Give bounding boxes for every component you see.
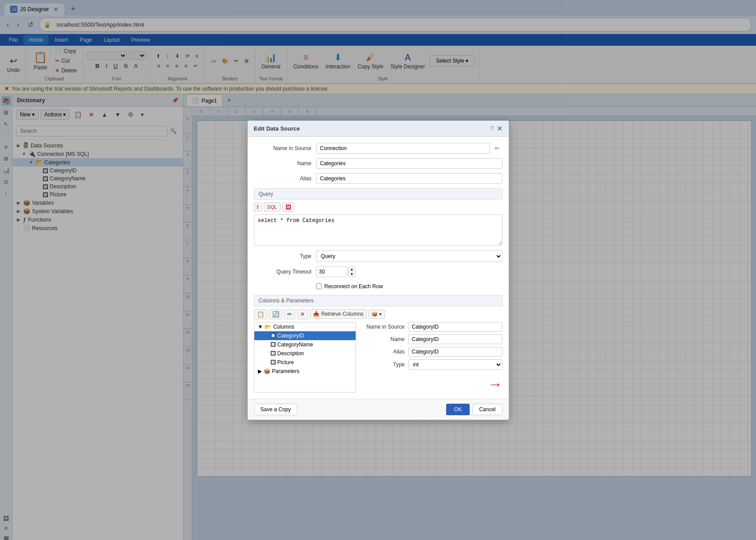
col-root-icon: 📂 xyxy=(265,324,271,330)
col-categoryid-icon: 🔲 xyxy=(270,333,276,338)
name-label: Name xyxy=(254,160,312,167)
reconnect-label: Reconnect on Each Row xyxy=(325,283,383,290)
col-tree-categoryid[interactable]: 🔲 CategoryID xyxy=(254,331,356,340)
query-toolbar: ! SQL 🖼 xyxy=(254,202,503,212)
timeout-up-btn[interactable]: ▲ xyxy=(348,267,356,272)
edit-data-source-modal: Edit Data Source ? ✕ Name in Source ✏ Na… xyxy=(247,120,509,420)
col-refresh-btn[interactable]: 🔄 xyxy=(269,309,282,319)
detail-type-label: Type xyxy=(360,361,405,368)
query-timeout-field: ▲ ▼ xyxy=(316,266,356,277)
modal-close-btn[interactable]: ✕ xyxy=(497,124,503,133)
timeout-down-btn[interactable]: ▼ xyxy=(348,272,356,277)
col-description-icon: 🔲 xyxy=(270,351,276,356)
reconnect-row: Reconnect on Each Row xyxy=(316,282,503,291)
name-row: Name xyxy=(254,158,503,169)
col-description-label: Description xyxy=(277,350,304,357)
detail-alias-row: Alias xyxy=(360,347,503,357)
detail-type-select[interactable]: int string datetime xyxy=(408,359,503,370)
col-picture-label: Picture xyxy=(277,359,294,365)
alias-input[interactable] xyxy=(316,173,503,184)
modal-header: Edit Data Source ? ✕ xyxy=(248,121,509,137)
col-expand-root: ▼ xyxy=(258,324,263,330)
detail-name-row: Name xyxy=(360,334,503,344)
retrieve-columns-icon: 📥 xyxy=(313,311,320,317)
columns-section-header: Columns & Parameters xyxy=(254,295,503,306)
columns-detail: Name in Source Name Alias Type i xyxy=(360,322,503,393)
col-delete-btn[interactable]: ✕ xyxy=(297,309,308,319)
detail-name-label: Name xyxy=(360,336,405,342)
detail-name-in-source-row: Name in Source xyxy=(360,322,503,332)
name-in-source-input[interactable] xyxy=(316,143,490,154)
col-edit-btn[interactable]: ✏ xyxy=(284,309,295,319)
timeout-spinner: ▲ ▼ xyxy=(348,266,356,277)
detail-type-row: Type int string datetime xyxy=(360,359,503,370)
red-arrow-icon: → xyxy=(488,376,503,393)
col-tree-parameters[interactable]: ▶ 📦 Parameters xyxy=(254,367,356,376)
modal-title: Edit Data Source xyxy=(254,125,300,132)
col-tree-root[interactable]: ▼ 📂 Columns xyxy=(254,322,356,331)
alias-row: Alias xyxy=(254,173,503,184)
save-copy-button[interactable]: Save a Copy xyxy=(254,404,298,415)
query-timeout-input[interactable] xyxy=(316,266,347,277)
columns-layout: ▼ 📂 Columns 🔲 CategoryID 🔲 Catego xyxy=(254,322,503,393)
modal-overlay: Edit Data Source ? ✕ Name in Source ✏ Na… xyxy=(0,0,756,540)
col-categoryname-label: CategoryName xyxy=(277,341,313,348)
ok-button[interactable]: OK xyxy=(446,404,470,415)
col-categoryname-icon: 🔲 xyxy=(270,342,276,347)
reconnect-checkbox[interactable] xyxy=(316,283,322,289)
col-tree-description[interactable]: 🔲 Description xyxy=(254,349,356,358)
query-error-btn[interactable]: ! xyxy=(254,202,262,212)
col-tree-categoryname[interactable]: 🔲 CategoryName xyxy=(254,340,356,349)
name-in-source-row: Name in Source ✏ xyxy=(254,143,503,154)
query-sql-btn[interactable]: SQL xyxy=(264,202,281,211)
col-parameters-icon: 📦 xyxy=(264,368,270,374)
col-root-label: Columns xyxy=(273,324,294,330)
columns-tree: ▼ 📂 Columns 🔲 CategoryID 🔲 Catego xyxy=(254,322,356,393)
query-section-header: Query xyxy=(254,188,503,200)
col-parameters-label: Parameters xyxy=(272,368,300,374)
alias-label: Alias xyxy=(254,175,312,182)
type-row: Type Query StoredProcedure TableOrView xyxy=(254,250,503,262)
detail-alias-label: Alias xyxy=(360,349,405,355)
type-select[interactable]: Query StoredProcedure TableOrView xyxy=(316,250,503,262)
red-arrow-container: → xyxy=(360,376,503,393)
col-more-btn[interactable]: 📦 ▾ xyxy=(368,310,385,319)
query-textarea[interactable]: select * from Categories xyxy=(254,214,503,246)
name-in-source-label: Name in Source xyxy=(254,145,312,151)
cancel-button[interactable]: Cancel xyxy=(472,404,502,415)
query-timeout-row: Query Timeout ▲ ▼ xyxy=(254,266,503,277)
col-expand-parameters: ▶ xyxy=(258,368,262,374)
query-visual-btn[interactable]: 🖼 xyxy=(282,202,294,212)
retrieve-columns-btn[interactable]: 📥 Retrieve Columns xyxy=(310,309,367,319)
name-in-source-edit-btn[interactable]: ✏ xyxy=(492,143,503,154)
footer-right-buttons: OK Cancel xyxy=(446,404,503,415)
name-in-source-field: ✏ xyxy=(316,143,503,154)
name-input[interactable] xyxy=(316,158,503,169)
col-categoryid-label: CategoryID xyxy=(277,333,305,339)
detail-name-in-source-label: Name in Source xyxy=(360,324,405,330)
detail-name-in-source-input[interactable] xyxy=(408,322,503,332)
detail-alias-input[interactable] xyxy=(408,347,503,357)
col-add-btn[interactable]: 📋 xyxy=(254,309,267,319)
modal-body: Name in Source ✏ Name Alias Query ! SQL xyxy=(248,137,509,399)
type-label: Type xyxy=(254,253,312,259)
query-timeout-label: Query Timeout xyxy=(254,269,312,275)
col-picture-icon: 🔲 xyxy=(270,360,276,365)
modal-help-btn[interactable]: ? xyxy=(491,125,494,132)
detail-name-input[interactable] xyxy=(408,334,503,344)
columns-toolbar: 📋 🔄 ✏ ✕ 📥 Retrieve Columns 📦 ▾ xyxy=(254,309,503,319)
modal-header-buttons: ? ✕ xyxy=(491,124,503,133)
modal-footer: Save a Copy OK Cancel xyxy=(248,399,509,420)
col-tree-picture[interactable]: 🔲 Picture xyxy=(254,358,356,367)
